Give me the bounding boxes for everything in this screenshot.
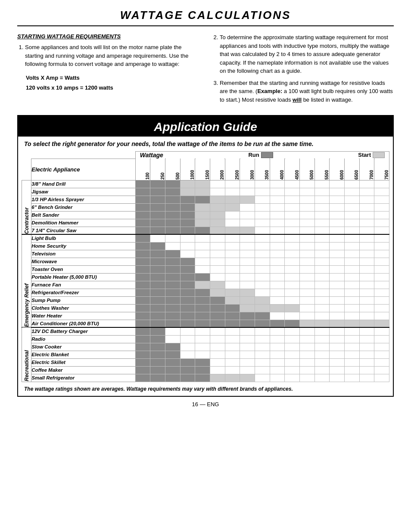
bar-cell <box>344 258 359 265</box>
table-row: 7 1/4" Circular Saw <box>22 227 389 234</box>
bar-cell <box>330 180 345 188</box>
bar-cell <box>240 327 255 335</box>
bar-cell <box>374 304 389 312</box>
bar-cell <box>344 265 359 273</box>
bar-cell <box>165 211 181 219</box>
bar-cell <box>344 234 359 242</box>
bar-cell <box>240 188 255 196</box>
bar-cell <box>240 343 255 351</box>
bar-cell <box>255 180 270 188</box>
bar-cell <box>180 242 195 250</box>
bar-cell <box>225 180 240 188</box>
bar-cell <box>270 351 285 358</box>
bar-cell <box>135 211 150 219</box>
bar-cell <box>270 250 285 258</box>
bar-cell <box>225 312 240 320</box>
bar-cell <box>210 234 225 242</box>
bar-cell <box>299 203 314 211</box>
bar-cell <box>314 234 330 242</box>
bar-cell <box>285 374 300 382</box>
col-6500: 6500 <box>344 159 359 180</box>
bar-cell <box>285 265 300 273</box>
bar-cell <box>180 227 195 234</box>
bar-cell <box>210 196 225 203</box>
bar-cell <box>210 227 225 234</box>
col-5000: 5000 <box>299 159 314 180</box>
bar-cell <box>270 289 285 296</box>
bar-cell <box>314 320 330 327</box>
bar-cell <box>210 320 225 327</box>
bar-cell <box>359 358 374 366</box>
header-row-2: Electric Appliance 100 250 500 1000 1500… <box>22 159 389 180</box>
bar-cell <box>344 273 359 281</box>
app-guide-title: Application Guide <box>18 116 393 137</box>
bar-cell <box>225 366 240 374</box>
bar-cell <box>270 374 285 382</box>
bar-cell <box>135 343 150 351</box>
bar-cell <box>135 250 150 258</box>
bar-cell <box>210 250 225 258</box>
col-3500: 3500 <box>255 159 270 180</box>
appliance-name: Refrigerator/Freezer <box>31 289 135 296</box>
category-cell: Contractor <box>22 180 31 234</box>
bar-cell <box>374 281 389 289</box>
bar-cell <box>374 358 389 366</box>
bar-cell <box>210 296 225 304</box>
bar-cell <box>180 196 195 203</box>
bar-cell <box>165 327 181 335</box>
bar-cell <box>270 180 285 188</box>
bar-cell <box>270 273 285 281</box>
bar-cell <box>314 374 330 382</box>
bar-cell <box>210 273 225 281</box>
bar-cell <box>225 234 240 242</box>
bar-cell <box>359 227 374 234</box>
bar-cell <box>210 343 225 351</box>
bar-cell <box>330 304 345 312</box>
appliance-name: 1/3 HP Airless Sprayer <box>31 196 135 203</box>
bar-cell <box>344 281 359 289</box>
col-7500: 7500 <box>374 159 389 180</box>
bar-cell <box>195 234 210 242</box>
col-4000: 4000 <box>270 159 285 180</box>
appliance-name: Sump Pump <box>31 296 135 304</box>
bar-cell <box>180 327 195 335</box>
bar-cell <box>255 265 270 273</box>
bar-cell <box>135 273 150 281</box>
bar-cell <box>299 265 314 273</box>
bar-cell <box>210 219 225 227</box>
bar-cell <box>135 296 150 304</box>
bar-cell <box>330 250 345 258</box>
wattage-chart: Wattage Run Start <box>22 151 389 382</box>
bar-cell <box>165 265 181 273</box>
intro-item-3: Remember that the starting and running w… <box>220 79 394 104</box>
bar-cell <box>285 327 300 335</box>
col-2000: 2000 <box>210 159 225 180</box>
bar-cell <box>240 227 255 234</box>
bar-cell <box>180 351 195 358</box>
bar-cell <box>135 180 150 188</box>
formula-1: Volts X Amp = Watts <box>26 73 199 83</box>
bar-cell <box>255 366 270 374</box>
bar-cell <box>374 312 389 320</box>
bar-cell <box>330 242 345 250</box>
bar-cell <box>330 188 345 196</box>
bar-cell <box>210 242 225 250</box>
bar-cell <box>255 211 270 219</box>
bar-cell <box>344 289 359 296</box>
table-row: Water Heater <box>22 312 389 320</box>
run-label: Run <box>248 152 259 158</box>
bar-cell <box>299 343 314 351</box>
bar-cell <box>374 219 389 227</box>
bar-cell <box>314 358 330 366</box>
appliance-name: Furnace Fan <box>31 281 135 289</box>
bar-cell <box>330 296 345 304</box>
appliance-name: 6" Bench Grinder <box>31 203 135 211</box>
bar-cell <box>210 281 225 289</box>
bar-cell <box>240 366 255 374</box>
table-row: Radio <box>22 335 389 343</box>
bar-cell <box>359 320 374 327</box>
bar-cell <box>240 258 255 265</box>
bar-cell <box>299 351 314 358</box>
bar-cell <box>359 188 374 196</box>
bar-cell <box>180 273 195 281</box>
